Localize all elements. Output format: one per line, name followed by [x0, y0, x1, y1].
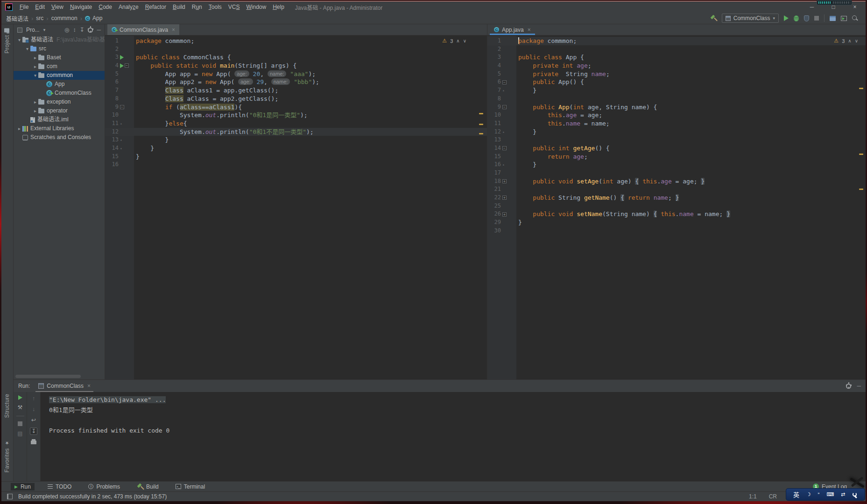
- run-console[interactable]: "E:\New Folder\bin\java.exe" ...0和1是同一类型…: [41, 392, 866, 481]
- tree-item-externallibraries[interactable]: ▸External Libraries: [14, 124, 105, 133]
- next-warning-icon[interactable]: ∨: [463, 38, 466, 43]
- collapse-all-icon[interactable]: ↧: [79, 27, 84, 33]
- tree-item-scratchesandconsoles[interactable]: Scratches and Consoles: [14, 133, 105, 142]
- breadcrumb-item[interactable]: CApp: [85, 15, 102, 21]
- editor-line[interactable]: 22+ public String getName() { return nam…: [487, 194, 866, 202]
- editor-line[interactable]: 10 System.out.println("0和1是同一类型");: [105, 111, 487, 119]
- editor-line[interactable]: 15}: [105, 153, 487, 161]
- fold-expand-icon[interactable]: +: [502, 179, 507, 183]
- build-hammer-icon[interactable]: [710, 15, 717, 21]
- warning-stripe-mark[interactable]: [859, 88, 863, 89]
- tree-item-exception[interactable]: ▸exception: [14, 98, 105, 106]
- coverage-button[interactable]: [804, 15, 809, 21]
- menu-run[interactable]: Run: [189, 3, 205, 11]
- prev-occurrence-icon[interactable]: ↑: [32, 395, 35, 402]
- moon-icon[interactable]: ☽: [806, 491, 811, 497]
- bottom-tab-build[interactable]: Build: [133, 483, 162, 490]
- gear-icon[interactable]: [88, 28, 93, 33]
- editor-line[interactable]: 13▴ }: [105, 136, 487, 144]
- fold-collapse-icon[interactable]: −: [502, 146, 507, 150]
- editor-line[interactable]: 15 return age;: [487, 153, 866, 161]
- editor-line[interactable]: 30: [487, 227, 866, 235]
- editor-line[interactable]: 2: [487, 45, 866, 54]
- editor-line[interactable]: 12▴ }: [487, 128, 866, 136]
- tree-arrow-icon[interactable]: ▾: [24, 44, 30, 53]
- editor-line[interactable]: 17: [487, 169, 866, 177]
- menu-edit[interactable]: Edit: [32, 3, 48, 11]
- tool-stripe-project[interactable]: Project: [4, 28, 10, 53]
- keyboard-icon[interactable]: ⌨: [826, 491, 834, 497]
- breadcrumb-item[interactable]: 基础语法: [6, 14, 28, 22]
- menu-navigate[interactable]: Navigate: [67, 3, 95, 11]
- editor-body[interactable]: 1package commmon;23public class App {4 p…: [487, 36, 866, 379]
- prev-warning-icon[interactable]: ∧: [848, 38, 851, 43]
- run-anything-button[interactable]: [841, 16, 847, 21]
- warning-stripe-mark[interactable]: [479, 113, 483, 114]
- warning-stripe-mark[interactable]: [479, 133, 483, 134]
- tree-item-src[interactable]: ▾src: [14, 44, 105, 53]
- ime-swap-icon[interactable]: ⇄: [841, 491, 845, 497]
- next-warning-icon[interactable]: ∨: [855, 38, 858, 43]
- ime-toolbar[interactable]: 英 ☽ ” ⌨ ⇄: [786, 488, 865, 501]
- editor-body[interactable]: 1package commmon;23public class CommonCl…: [105, 36, 487, 379]
- editor-line[interactable]: 4− public static void main(String[] args…: [105, 62, 487, 70]
- stop-process-button[interactable]: [18, 421, 22, 426]
- breadcrumb-item[interactable]: src: [36, 15, 43, 21]
- warning-stripe-mark[interactable]: [859, 154, 863, 155]
- editor-tab-commonclass-java[interactable]: CCommonClass.java×: [107, 24, 179, 35]
- menu-refactor[interactable]: Refactor: [142, 3, 169, 11]
- fold-end-icon[interactable]: ▴: [120, 119, 122, 128]
- editor-line[interactable]: 8: [487, 95, 866, 103]
- editor-line[interactable]: 21: [487, 185, 866, 194]
- editor-line[interactable]: 7▴ }: [487, 86, 866, 95]
- soft-wrap-icon[interactable]: ↩: [31, 417, 36, 423]
- editor-line[interactable]: 29}: [487, 218, 866, 227]
- fold-collapse-icon[interactable]: −: [125, 63, 129, 68]
- editor-line[interactable]: 12 System.out.println("0和1不是同一类型");: [105, 128, 487, 136]
- run-line-icon[interactable]: [120, 55, 124, 60]
- tree-item-operator[interactable]: ▸operator: [14, 106, 105, 115]
- run-line-icon[interactable]: [120, 63, 124, 68]
- editor-line[interactable]: 5 private String name;: [487, 70, 866, 78]
- fold-end-icon[interactable]: ▴: [120, 136, 122, 144]
- menu-view[interactable]: View: [48, 3, 67, 11]
- toolwindow-switcher-icon[interactable]: [7, 494, 13, 499]
- editor-line[interactable]: 1package commmon;: [487, 37, 866, 45]
- tree-arrow-icon[interactable]: ▾: [32, 71, 38, 80]
- editor-line[interactable]: 25: [487, 202, 866, 210]
- stop-button[interactable]: [814, 16, 819, 21]
- editor-line[interactable]: 9− public App(int age, String name) {: [487, 103, 866, 112]
- expand-all-icon[interactable]: ↕: [73, 27, 76, 33]
- editor-line[interactable]: 9− if (aClass==aClass1){: [105, 103, 487, 112]
- tree-arrow-icon[interactable]: ▸: [32, 62, 38, 71]
- editor-line[interactable]: 10 this.age = age;: [487, 111, 866, 119]
- editor-line[interactable]: 6 App app2 = new App( age: 29, name: "bb…: [105, 78, 487, 86]
- search-everywhere-icon[interactable]: [852, 15, 858, 21]
- editor-line[interactable]: 6− public App() {: [487, 78, 866, 86]
- hide-run-panel-icon[interactable]: ─: [857, 383, 861, 389]
- tree-item-com[interactable]: ▸com: [14, 62, 105, 71]
- inspection-widget[interactable]: ⚠3∧∨: [442, 38, 466, 44]
- menu-vcs[interactable]: VCS: [225, 3, 243, 11]
- warning-stripe-mark[interactable]: [479, 124, 483, 125]
- close-icon[interactable]: ×: [172, 27, 175, 33]
- editor-line[interactable]: 3public class App {: [487, 53, 866, 62]
- menu-file[interactable]: File: [16, 3, 32, 11]
- tree-item-commmon[interactable]: ▾commmon: [14, 71, 105, 80]
- fold-expand-icon[interactable]: +: [502, 196, 507, 200]
- inspection-widget[interactable]: ⚠3∧∨: [834, 38, 858, 44]
- editor-line[interactable]: 14− public int getAge() {: [487, 144, 866, 153]
- tool-stripe-structure[interactable]: Structure: [4, 394, 10, 418]
- editor-line[interactable]: 11 this.name = name;: [487, 119, 866, 128]
- horizontal-scrollbar[interactable]: [15, 375, 81, 378]
- tool-stripe-favorites[interactable]: Favorites★: [4, 441, 10, 472]
- tree-item-app[interactable]: CApp: [14, 80, 105, 89]
- print-icon[interactable]: [31, 441, 36, 444]
- rerun-button[interactable]: [18, 395, 22, 400]
- fold-end-icon[interactable]: ▴: [502, 161, 505, 169]
- warning-stripe-mark[interactable]: [859, 189, 863, 190]
- edit-configuration-icon[interactable]: ⚒: [18, 404, 23, 411]
- editor-line[interactable]: 11▴ }else{: [105, 119, 487, 128]
- punctuation-icon[interactable]: ”: [818, 492, 820, 497]
- debug-button[interactable]: [794, 15, 799, 21]
